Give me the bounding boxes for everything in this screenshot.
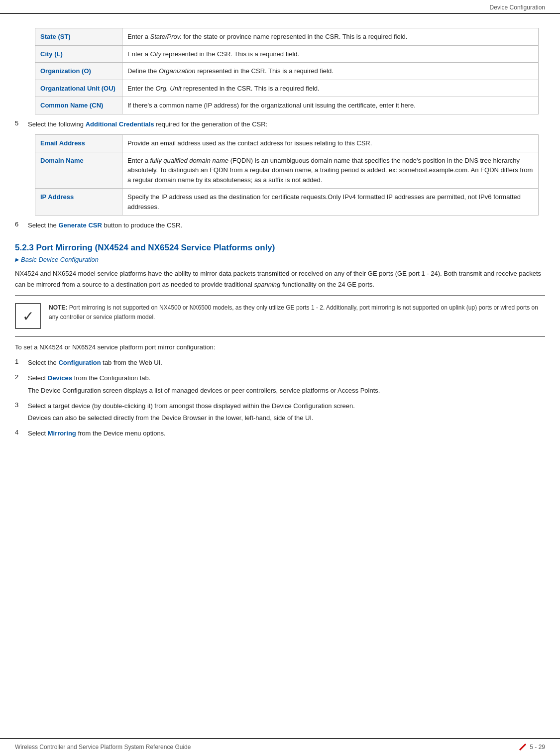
diagonal-slash-icon [518,742,528,752]
table-row: State (ST) Enter a State/Prov. for the s… [35,28,539,46]
note-label: NOTE: [49,304,67,311]
breadcrumb[interactable]: Basic Device Configuration [15,256,545,263]
lower-csr-table: Email Address Provide an email address u… [35,134,539,216]
step-number: 2 [15,373,24,381]
step-text: Select the Configuration tab from the We… [28,358,545,368]
divider-bottom [15,336,545,337]
upper-csr-table: State (ST) Enter a State/Prov. for the s… [35,28,539,114]
section-heading: 5.2.3 Port Mirroring (NX4524 and NX6524 … [15,242,545,254]
step-text: Select the following Additional Credenti… [28,119,545,130]
body-paragraph: NX4524 and NX6524 model service platform… [15,268,545,290]
table-row: Domain Name Enter a fully qualified doma… [35,152,539,189]
step-3: 3 Select a target device (by double-clic… [15,401,545,424]
table-cell-label: Organization (O) [35,63,122,80]
table-cell-desc: Provide an email address used as the con… [122,135,539,152]
step-1: 1 Select the Configuration tab from the … [15,358,545,368]
header-title: Device Configuration [490,4,545,11]
table-cell-desc: Define the Organization represented in t… [122,63,539,80]
note-body: Port mirroring is not supported on NX450… [49,304,538,321]
table-cell-desc: Enter a City represented in the CSR. Thi… [122,45,539,63]
page-footer: Wireless Controller and Service Platform… [0,738,560,755]
page-header: Device Configuration [0,0,560,14]
generate-csr-link[interactable]: Generate CSR [58,221,102,229]
svg-line-0 [520,744,526,750]
note-box: ✓ NOTE: Port mirroring is not supported … [15,303,545,329]
table-row: IP Address Specify the IP address used a… [35,189,539,216]
step-number: 5 [15,119,24,127]
additional-credentials-link[interactable]: Additional Credentials [86,120,154,128]
table-cell-desc: Enter the Org. Unit represented in the C… [122,80,539,97]
table-cell-desc: Enter a fully qualified domain name (FQD… [122,152,539,189]
step-2-sub: The Device Configuration screen displays… [28,386,545,396]
page-content: State (ST) Enter a State/Prov. for the s… [0,14,560,474]
step-3-main: Select a target device (by double-clicki… [28,402,355,410]
step-6: 6 Select the Generate CSR button to prod… [15,220,545,231]
note-text: NOTE: Port mirroring is not supported on… [49,303,545,322]
to-set-paragraph: To set a NX4524 or NX6524 service platfo… [15,342,545,353]
table-row: Common Name (CN) If there's a common nam… [35,97,539,114]
step-2: 2 Select Devices from the Configuration … [15,373,545,396]
step-text: Select Devices from the Configuration ta… [28,373,545,396]
table-cell-label: Organizational Unit (OU) [35,80,122,97]
breadcrumb-label: Basic Device Configuration [21,256,99,263]
table-row: Organizational Unit (OU) Enter the Org. … [35,80,539,97]
divider-top [15,295,545,296]
step-5: 5 Select the following Additional Creden… [15,119,545,130]
step-number: 3 [15,401,24,409]
table-cell-label: Common Name (CN) [35,97,122,114]
table-row: Organization (O) Define the Organization… [35,63,539,80]
configuration-link[interactable]: Configuration [58,359,101,366]
table-cell-label: IP Address [35,189,122,216]
table-row: City (L) Enter a City represented in the… [35,45,539,63]
table-cell-label: Email Address [35,135,122,152]
table-cell-label: Domain Name [35,152,122,189]
step-4: 4 Select Mirroring from the Device menu … [15,429,545,439]
table-cell-label: State (ST) [35,28,122,46]
step-text: Select Mirroring from the Device menu op… [28,429,545,439]
step-text: Select the Generate CSR button to produc… [28,220,545,231]
footer-left: Wireless Controller and Service Platform… [15,744,191,751]
step-number: 6 [15,220,24,228]
footer-right: 5 - 29 [530,744,545,751]
mirroring-link[interactable]: Mirroring [48,430,76,437]
footer-logo: 5 - 29 [518,742,545,752]
step-3-sub: Devices can also be selected directly fr… [28,413,545,424]
table-cell-label: City (L) [35,45,122,63]
step-number: 4 [15,429,24,436]
step-2-main: Select Devices from the Configuration ta… [28,374,150,382]
step-number: 1 [15,358,24,365]
table-cell-desc: Specify the IP address used as the desti… [122,189,539,216]
table-cell-desc: If there's a common name (IP address) fo… [122,97,539,114]
table-row: Email Address Provide an email address u… [35,135,539,152]
devices-link[interactable]: Devices [48,374,72,382]
table-cell-desc: Enter a State/Prov. for the state or pro… [122,28,539,46]
note-check-icon: ✓ [15,303,41,329]
step-text: Select a target device (by double-clicki… [28,401,545,424]
